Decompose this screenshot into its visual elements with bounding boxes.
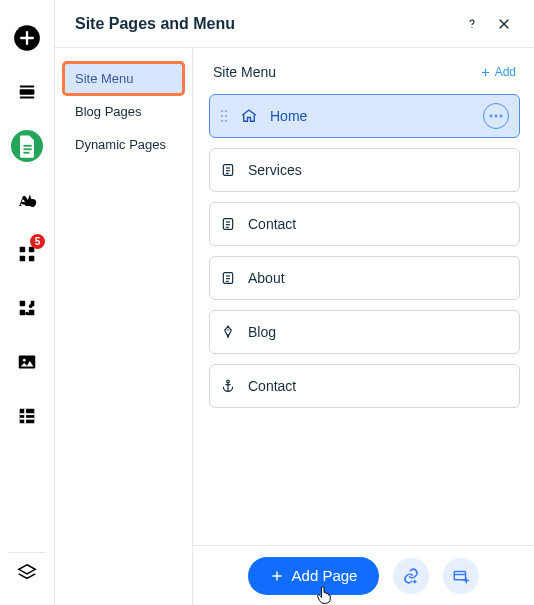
svg-rect-1 [20,89,35,95]
apps-icon[interactable]: 5 [11,238,43,270]
folder-button[interactable] [443,558,479,594]
svg-point-28 [225,110,227,112]
sidebar-item-label: Site Menu [75,71,134,86]
svg-point-34 [495,115,498,118]
add-page-button[interactable]: Add Page [248,557,380,595]
panel-header: Site Pages and Menu [55,0,534,48]
svg-point-48 [227,329,229,331]
panel-title: Site Pages and Menu [75,15,235,33]
svg-rect-6 [24,152,30,154]
svg-point-35 [500,115,503,118]
design-icon[interactable]: A [11,184,43,216]
page-row-contact[interactable]: Contact [209,364,520,408]
svg-rect-17 [20,409,35,424]
svg-rect-4 [24,145,32,147]
pages-panel: Site Pages and Menu Site MenuBlog PagesD… [54,0,534,605]
page-row-contact[interactable]: Contact [209,202,520,246]
sections-icon[interactable] [11,76,43,108]
more-actions-icon[interactable] [483,103,509,129]
svg-point-50 [227,380,230,383]
page-list: HomeServicesContactAboutBlogContact [209,94,520,408]
svg-point-27 [221,110,223,112]
svg-point-30 [225,115,227,117]
home-icon [240,107,258,125]
svg-rect-3 [20,97,35,99]
page-icon [220,162,236,178]
page-row-label: Contact [248,216,509,232]
close-icon[interactable] [490,10,518,38]
add-icon[interactable] [11,22,43,54]
cursor-hand-icon [314,584,334,606]
add-menu-item-button[interactable]: Add [480,65,516,79]
page-row-label: Services [248,162,509,178]
page-row-blog[interactable]: Blog [209,310,520,354]
sidebar-item-dynamic-pages[interactable]: Dynamic Pages [65,130,182,159]
svg-point-32 [225,120,227,122]
page-row-services[interactable]: Services [209,148,520,192]
panel-footer: Add Page [193,545,534,605]
pages-icon[interactable] [11,130,43,162]
svg-point-33 [490,115,493,118]
anchor-icon [220,378,236,394]
rail-separator [8,552,46,553]
svg-rect-5 [24,148,32,150]
apps-badge: 5 [30,234,45,249]
add-page-label: Add Page [292,567,358,584]
svg-rect-13 [20,301,26,307]
svg-rect-2 [20,86,35,88]
svg-point-22 [471,26,472,27]
plugins-icon[interactable] [11,292,43,324]
media-icon[interactable] [11,346,43,378]
pages-sidebar: Site MenuBlog PagesDynamic Pages [55,48,193,605]
data-icon[interactable] [11,400,43,432]
help-icon[interactable] [458,10,486,38]
page-icon [220,270,236,286]
add-link-label: Add [495,65,516,79]
pen-icon [220,324,236,340]
pages-content: Site Menu Add HomeServicesContactAboutBl… [193,48,534,605]
link-button[interactable] [393,558,429,594]
svg-rect-14 [20,310,26,316]
svg-point-31 [221,120,223,122]
page-icon [220,216,236,232]
svg-rect-11 [20,256,26,262]
sidebar-item-label: Dynamic Pages [75,137,166,152]
left-rail: A 5 [0,0,54,605]
svg-rect-57 [455,571,466,579]
content-title: Site Menu [213,64,276,80]
drag-handle-icon[interactable] [220,109,228,123]
page-row-label: Home [270,108,471,124]
sidebar-item-blog-pages[interactable]: Blog Pages [65,97,182,126]
layers-icon[interactable] [11,557,43,589]
svg-point-16 [23,359,26,362]
page-row-label: About [248,270,509,286]
sidebar-item-site-menu[interactable]: Site Menu [65,64,182,93]
sidebar-item-label: Blog Pages [75,104,142,119]
page-row-home[interactable]: Home [209,94,520,138]
svg-point-8 [29,199,36,206]
svg-point-29 [221,115,223,117]
page-row-about[interactable]: About [209,256,520,300]
svg-rect-12 [29,256,35,262]
svg-text:A: A [19,193,30,209]
page-row-label: Blog [248,324,509,340]
svg-rect-9 [20,247,26,253]
page-row-label: Contact [248,378,509,394]
